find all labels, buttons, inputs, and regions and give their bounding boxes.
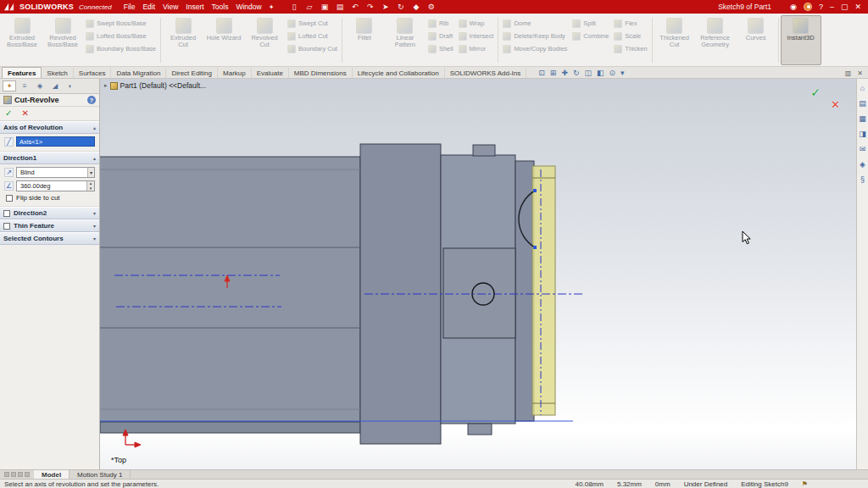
rotate-view-icon[interactable]: ↻ <box>573 69 580 77</box>
splitter-handle[interactable] <box>18 472 23 477</box>
configuration-manager-tab[interactable]: ◈ <box>33 80 47 92</box>
menu-item[interactable]: Insert <box>186 3 203 11</box>
instant3d-button[interactable]: Instant3D <box>781 15 821 65</box>
thin-feature-section-header[interactable]: Thin Feature ▾ <box>0 219 99 232</box>
file-explorer-icon[interactable]: ▦ <box>859 114 866 123</box>
ribbon-button[interactable]: Combine <box>570 30 611 42</box>
ribbon-button[interactable]: Swept Cut <box>285 18 340 29</box>
ribbon-button[interactable]: Lofted Boss/Base <box>83 30 159 42</box>
undo-icon[interactable]: ↶ <box>350 3 359 11</box>
menu-item[interactable]: View <box>163 3 178 11</box>
ribbon-button[interactable]: Thicken <box>611 43 649 54</box>
ribbon-tab[interactable]: MBD Dimensions <box>289 68 353 78</box>
ok-button[interactable]: ✓ <box>5 108 12 118</box>
pan-icon[interactable]: ✚ <box>561 69 568 77</box>
display-manager-tab[interactable]: ◐ <box>64 80 77 92</box>
ribbon-button[interactable]: Linear Pattern <box>385 15 426 65</box>
print-icon[interactable]: ▤ <box>335 3 344 11</box>
appearance-icon[interactable]: ◆ <box>411 3 420 11</box>
help-icon[interactable]: ? <box>87 96 96 104</box>
model-view[interactable] <box>100 79 856 469</box>
cancel-button[interactable]: ✕ <box>21 108 28 118</box>
hide-show-items-icon[interactable]: ⊙ <box>609 69 616 77</box>
ribbon-button[interactable]: Swept Boss/Base <box>83 18 159 29</box>
ribbon-button[interactable]: Flex <box>611 18 649 29</box>
end-condition-dropdown[interactable]: Blind ▾ <box>16 167 95 178</box>
breadcrumb[interactable]: ▸ Part1 (Default) <<Default... <box>104 81 206 90</box>
menu-item[interactable]: Tools <box>212 3 229 11</box>
ribbon-button[interactable]: Move/Copy Bodies <box>500 43 570 54</box>
ribbon-tab[interactable]: Surfaces <box>74 68 112 78</box>
open-icon[interactable]: ▱ <box>304 3 314 11</box>
ribbon-button[interactable]: Intersect <box>456 30 497 42</box>
zoom-area-icon[interactable]: ⊞ <box>550 69 557 77</box>
document-tab[interactable]: Model <box>34 470 70 479</box>
solidworks-resources-icon[interactable]: ⌂ <box>860 84 865 92</box>
tag-icon[interactable]: ⚑ <box>802 480 808 488</box>
feature-manager-tab[interactable]: ≡ <box>18 80 31 92</box>
direction1-section-header[interactable]: Direction1 ▴ <box>0 152 99 164</box>
ribbon-button[interactable]: Delete/Keep Body <box>500 30 570 42</box>
direction2-checkbox[interactable] <box>3 210 10 217</box>
ribbon-button[interactable]: Rib <box>426 18 456 29</box>
appearances-icon[interactable]: ✉ <box>860 145 866 153</box>
ribbon-button[interactable]: Draft <box>426 30 456 42</box>
ribbon-button[interactable]: Hole Wizard <box>203 15 244 65</box>
close-pane-icon[interactable]: ✕ <box>857 69 863 77</box>
spinner-buttons[interactable]: ▴ ▾ <box>86 181 94 191</box>
ribbon-tab[interactable]: Markup <box>218 68 252 78</box>
forum-icon[interactable]: § <box>860 175 865 184</box>
angle-input[interactable]: 360.00deg ▴ ▾ <box>16 180 95 191</box>
save-icon[interactable]: ▣ <box>320 3 329 11</box>
new-file-icon[interactable]: ▯ <box>289 3 298 11</box>
help-icon[interactable]: ? <box>819 3 823 11</box>
dimxpert-manager-tab[interactable]: ◢ <box>48 80 62 92</box>
ribbon-button[interactable]: Mirror <box>456 43 497 54</box>
flyout-arrow-icon[interactable]: ▸ <box>104 82 108 89</box>
ribbon-button[interactable]: Thickened Cut <box>654 15 695 65</box>
thin-feature-checkbox[interactable] <box>3 223 10 230</box>
ribbon-button[interactable]: Boundary Cut <box>285 43 340 54</box>
view-settings-icon[interactable]: ▾ <box>620 69 625 77</box>
splitter-handle[interactable] <box>4 472 9 477</box>
flip-side-checkbox[interactable] <box>6 195 13 202</box>
document-tab[interactable]: Motion Study 1 <box>70 470 131 479</box>
ribbon-tab[interactable]: Sketch <box>42 68 73 78</box>
ribbon-button[interactable]: Split <box>570 18 611 29</box>
graphics-viewport[interactable]: ▸ Part1 (Default) <<Default... ✓ ✕ *Top <box>100 79 856 469</box>
close-button[interactable]: ✕ <box>854 3 861 11</box>
ribbon-button[interactable]: Revolved Cut <box>244 15 285 65</box>
options-gear-icon[interactable]: ⚙ <box>426 3 436 11</box>
ribbon-tab[interactable]: Lifecycle and Collaboration <box>353 68 445 78</box>
menu-item[interactable]: File <box>124 3 136 11</box>
view-palette-icon[interactable]: ◨ <box>859 130 866 138</box>
ribbon-button[interactable]: Boundary Boss/Base <box>83 43 159 54</box>
ribbon-button[interactable]: Dome <box>500 18 570 29</box>
rebuild-icon[interactable]: ↻ <box>396 3 405 11</box>
selected-contours-section-header[interactable]: Selected Contours ▾ <box>0 232 99 245</box>
pin-menu-icon[interactable]: ✦ <box>269 3 275 11</box>
ribbon-button[interactable]: Revolved Boss/Base <box>42 15 83 65</box>
ribbon-tab[interactable]: Data Migration <box>111 68 166 78</box>
property-manager-tab[interactable]: ✦ <box>3 80 16 92</box>
collapse-pane-icon[interactable]: ▥ <box>845 69 852 77</box>
ribbon-button[interactable]: Reference Geometry <box>695 15 736 65</box>
ribbon-tab[interactable]: SOLIDWORKS Add-Ins <box>445 68 527 78</box>
select-icon[interactable]: ➤ <box>381 3 390 11</box>
menu-item[interactable]: Window <box>236 3 261 11</box>
direction2-section-header[interactable]: Direction2 ▾ <box>0 207 99 219</box>
ribbon-tab[interactable]: Evaluate <box>252 68 289 78</box>
ribbon-button[interactable]: Extruded Cut <box>163 15 203 65</box>
user-avatar[interactable] <box>804 3 812 11</box>
zoom-to-fit-icon[interactable]: ⊡ <box>538 69 545 77</box>
section-view-icon[interactable]: ◫ <box>584 69 592 77</box>
ribbon-button[interactable]: Scale <box>611 30 649 42</box>
spin-down-icon[interactable]: ▾ <box>87 186 94 191</box>
maximize-button[interactable]: ▢ <box>841 3 849 11</box>
splitter-handle[interactable] <box>11 472 16 477</box>
menu-item[interactable]: Edit <box>142 3 155 11</box>
ribbon-button[interactable]: Lofted Cut <box>285 30 340 42</box>
ribbon-tab[interactable]: Features <box>2 67 42 78</box>
ribbon-button[interactable]: Curves <box>736 15 776 65</box>
ribbon-button[interactable]: Wrap <box>456 18 497 29</box>
